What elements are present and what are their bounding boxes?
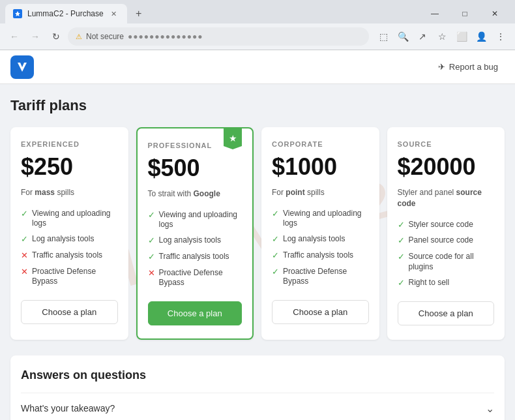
maximize-button[interactable]: □	[450, 4, 480, 23]
check-icon: ✓	[21, 234, 28, 245]
feature-item: ✓ Source code for all plugins	[398, 252, 495, 272]
tab-favicon	[13, 9, 22, 18]
report-bug-button[interactable]: ✈ Report a bug	[432, 58, 505, 76]
app-logo	[10, 55, 34, 79]
plan-card-source: SOURCE $20000 Styler and panel source co…	[387, 127, 505, 340]
feature-item: ✕ Proactive Defense Bypass	[148, 268, 243, 288]
report-bug-icon: ✈	[438, 62, 445, 72]
features-list-experienced: ✓ Viewing and uploading logs ✓ Log analy…	[21, 209, 118, 287]
plan-price-corporate: $1000	[272, 153, 369, 181]
plan-card-corporate: CORPORATE $1000 For point spills ✓ Viewi…	[261, 127, 379, 340]
title-bar: LummaC2 - Purchase ✕ + — □ ✕	[0, 0, 515, 23]
plan-desc-experienced: For mass spills	[21, 187, 118, 198]
page-content: Tariff plans LUMMAC2 EXPERIENCED $250 Fo…	[0, 84, 515, 420]
search-icon[interactable]: 🔍	[394, 27, 412, 46]
tab-close-button[interactable]: ✕	[109, 8, 119, 19]
minimize-button[interactable]: —	[420, 4, 450, 23]
feature-item: ✓ Viewing and uploading logs	[272, 209, 369, 229]
features-list-corporate: ✓ Viewing and uploading logs ✓ Log analy…	[272, 209, 369, 287]
check-icon: ✓	[398, 235, 405, 247]
check-icon: ✓	[21, 209, 28, 220]
check-icon: ✓	[272, 250, 279, 262]
faq-section: Answers on questions What's your takeawa…	[10, 355, 505, 420]
feature-item: ✕ Traffic analysis tools	[21, 250, 118, 262]
url-text: ●●●●●●●●●●●●●●	[128, 32, 203, 41]
plan-tier-source: SOURCE	[398, 140, 495, 148]
nav-icons: ⬚ 🔍 ↗ ☆ ⬜ 👤 ⋮	[374, 27, 510, 46]
choose-plan-button-professional[interactable]: Choose a plan	[148, 301, 243, 325]
plans-grid: LUMMAC2 EXPERIENCED $250 For mass spills…	[10, 127, 505, 340]
feature-item: ✓ Log analysis tools	[272, 234, 369, 245]
choose-plan-button-corporate[interactable]: Choose a plan	[272, 300, 369, 324]
security-icon: ⚠	[76, 33, 82, 41]
plan-card-experienced: EXPERIENCED $250 For mass spills ✓ Viewi…	[10, 127, 128, 340]
cast-icon[interactable]: ⬚	[374, 27, 392, 46]
check-icon: ✓	[148, 210, 155, 221]
feature-item: ✓ Viewing and uploading logs	[21, 209, 118, 229]
back-button[interactable]: ←	[5, 27, 23, 46]
choose-plan-button-source[interactable]: Choose a plan	[398, 301, 495, 325]
plan-tier-experienced: EXPERIENCED	[21, 140, 118, 148]
feature-item: ✓ Traffic analysis tools	[272, 250, 369, 262]
share-icon[interactable]: ↗	[413, 27, 432, 46]
security-label: Not secure	[86, 32, 124, 41]
plan-tier-corporate: CORPORATE	[272, 140, 369, 148]
plan-price-professional: $500	[148, 155, 243, 182]
choose-plan-button-experienced[interactable]: Choose a plan	[21, 300, 118, 324]
faq-item-0[interactable]: What's your takeaway? ⌄	[21, 393, 494, 420]
feature-item: ✕ Proactive Defense Bypass	[21, 267, 118, 287]
extensions-icon[interactable]: ⬜	[452, 27, 471, 46]
feature-item: ✓ Log analysis tools	[148, 235, 243, 247]
check-icon: ✓	[272, 234, 279, 245]
bookmark-icon[interactable]: ☆	[433, 27, 451, 46]
feature-item: ✓ Panel source code	[398, 235, 495, 247]
check-icon: ✓	[272, 267, 279, 278]
feature-item: ✓ Traffic analysis tools	[148, 252, 243, 263]
featured-badge: ★	[224, 127, 242, 149]
plan-price-experienced: $250	[21, 153, 118, 181]
faq-title: Answers on questions	[21, 368, 494, 382]
browser-tab[interactable]: LummaC2 - Purchase ✕	[5, 4, 127, 23]
plan-desc-professional: To strait with Google	[148, 188, 243, 200]
nav-bar: ← → ↻ ⚠ Not secure ●●●●●●●●●●●●●● ⬚ 🔍 ↗ …	[0, 23, 515, 50]
check-icon: ✓	[398, 252, 405, 263]
window-controls: — □ ✕	[420, 4, 510, 23]
feature-item: ✓ Right to sell	[398, 278, 495, 289]
check-icon: ✓	[148, 235, 155, 247]
plan-desc-corporate: For point spills	[272, 187, 369, 198]
check-icon: ✓	[148, 252, 155, 263]
feature-item: ✓ Proactive Defense Bypass	[272, 267, 369, 287]
check-icon: ✓	[398, 278, 405, 289]
address-bar[interactable]: ⚠ Not secure ●●●●●●●●●●●●●●	[68, 27, 369, 46]
app-header: ✈ Report a bug	[0, 50, 515, 84]
refresh-button[interactable]: ↻	[47, 27, 65, 46]
cross-icon: ✕	[21, 250, 28, 262]
browser-chrome: LummaC2 - Purchase ✕ + — □ ✕ ← → ↻ ⚠ Not…	[0, 0, 515, 50]
close-button[interactable]: ✕	[480, 4, 510, 23]
check-icon: ✓	[272, 209, 279, 220]
cross-icon: ✕	[148, 268, 155, 279]
plan-card-professional: ★ PROFESSIONAL $500 To strait with Googl…	[136, 127, 254, 340]
plan-desc-source: Styler and panel source code	[398, 187, 495, 209]
tab-title: LummaC2 - Purchase	[27, 9, 104, 18]
new-tab-button[interactable]: +	[130, 5, 148, 23]
forward-button[interactable]: →	[26, 27, 44, 46]
faq-question-0: What's your takeaway?	[21, 403, 115, 413]
profile-icon[interactable]: 👤	[472, 27, 490, 46]
check-icon: ✓	[398, 220, 405, 231]
report-bug-label: Report a bug	[449, 62, 498, 72]
feature-item: ✓ Styler source code	[398, 220, 495, 231]
feature-item: ✓ Viewing and uploading logs	[148, 210, 243, 230]
page-title: Tariff plans	[10, 97, 505, 114]
plan-price-source: $20000	[398, 153, 495, 181]
chevron-down-icon: ⌄	[486, 402, 494, 415]
features-list-professional: ✓ Viewing and uploading logs ✓ Log analy…	[148, 210, 243, 288]
menu-icon[interactable]: ⋮	[492, 27, 510, 46]
cross-icon: ✕	[21, 267, 28, 278]
features-list-source: ✓ Styler source code ✓ Panel source code…	[398, 220, 495, 289]
feature-item: ✓ Log analysis tools	[21, 234, 118, 245]
